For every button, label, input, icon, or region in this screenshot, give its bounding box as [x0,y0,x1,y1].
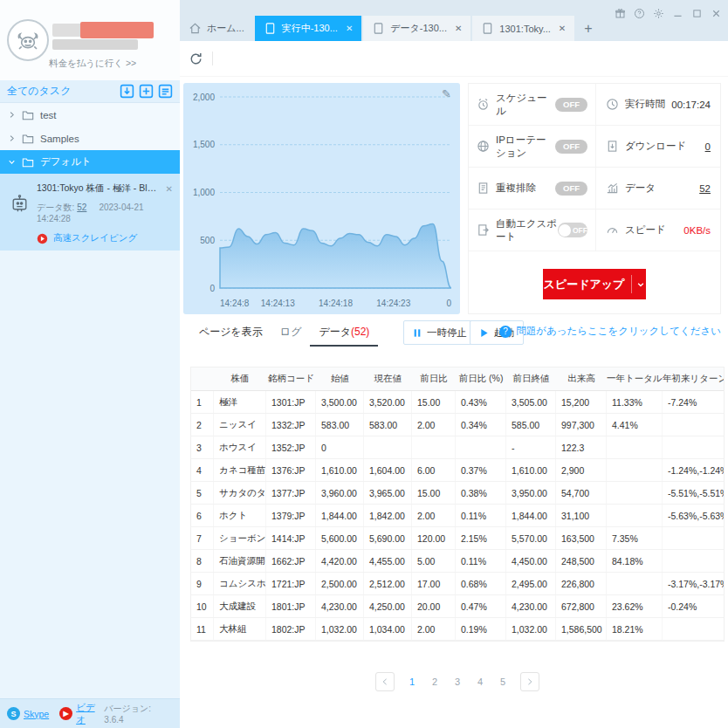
video-icon[interactable]: ▶ [59,707,72,720]
view-tab-2[interactable]: データ(52) [310,319,378,347]
view-tab-1[interactable]: ログ [271,319,311,347]
page-number-5[interactable]: 5 [498,676,508,687]
tab-2[interactable]: データ-130...✕ [363,16,470,41]
gift-icon[interactable] [615,8,626,19]
table-cell: 1,844.00 [506,505,556,526]
toggle-3[interactable]: OFF [558,223,587,237]
folder-icon [22,156,34,168]
chevron-down-icon[interactable] [636,280,645,289]
new-tab-button[interactable]: + [576,21,600,37]
table-row[interactable]: 7ショーボンドホ..1414:JP5,600.005,690.00120.002… [191,527,724,550]
table-cell: 1721:JP [266,573,316,594]
view-tab-0[interactable]: ページを表示 [190,319,271,347]
table-row[interactable]: 10大成建設1801:JP4,230.004,250.0020.000.47%4… [191,595,724,618]
settings-icon[interactable] [653,8,664,19]
help-icon[interactable] [634,8,645,19]
table-row[interactable]: 11大林組1802:JP1,032.001,034.002.000.19%1,0… [191,618,724,641]
svg-text:0: 0 [209,284,215,293]
table-cell: カネコ種苗 [214,459,266,481]
browser-toolbar [180,41,728,77]
tab-close-icon[interactable]: ✕ [455,24,462,33]
tasks-header-label: 全てのタスク [7,84,71,99]
next-page-button[interactable] [520,672,539,691]
table-cell: 3,520.00 [364,391,412,413]
toggle-2[interactable]: OFF [555,182,587,196]
table-row[interactable]: 2ニッスイ1332:JP583.00583.002.000.34%585.009… [191,414,724,436]
toggle-cell: IPローテーションOFF [469,126,596,167]
maximize-icon[interactable] [691,8,703,19]
chevron-right-icon [8,134,16,142]
toggle-1[interactable]: OFF [555,140,587,154]
table-cell: ニッスイ [214,414,266,436]
skype-link[interactable]: Skype [24,709,49,719]
tab-close-icon[interactable]: ✕ [346,24,353,33]
pause-button[interactable]: 一時停止 [403,320,477,345]
table-cell: 0.37% [456,459,506,481]
import-icon[interactable] [120,84,134,99]
table-cell: 0.47% [456,595,506,617]
data-count-value[interactable]: 52 [77,203,86,212]
tab-close-icon[interactable]: ✕ [559,24,566,33]
table-cell: 226,800 [556,573,607,594]
user-area: 料金を払うに行く >> [0,0,180,80]
prev-page-button[interactable] [375,672,395,691]
avatar[interactable] [7,19,49,61]
page-number-1[interactable]: 1 [407,676,417,687]
table-cell [607,436,663,458]
tab-label: データ-130... [390,22,447,35]
table-row[interactable]: 6ホクト1379:JP1,844.001,842.002.000.11%1,84… [191,505,724,527]
table-cell: 15.00 [412,391,456,413]
table-row[interactable]: 1極洋1301:JP3,500.003,520.0015.000.43%3,50… [191,391,724,414]
table-header: 株価銘柄コード始値現在値前日比前日比 (%)前日終値出来高一年トータルリ年初来リ… [191,367,724,391]
table-cell: 672,800 [556,595,607,617]
play-icon [479,328,489,338]
folder-icon [22,109,34,121]
table-row[interactable]: 3ホウスイ1352:JP0-122.3 [191,436,724,459]
svg-text:1,000: 1,000 [193,188,215,197]
table-cell: 0.68% [456,573,506,594]
toggle-0[interactable]: OFF [555,98,587,112]
home-icon [189,22,202,35]
table-cell: -3.17%,-3.17% [663,573,724,594]
pencil-icon[interactable]: ✎ [442,87,451,100]
view-icon[interactable] [158,84,173,99]
video-link[interactable]: ビデオ [76,702,104,726]
tab-0[interactable]: ホーム... [180,16,253,41]
table-cell: 1352:JP [266,436,316,458]
table-row[interactable]: 5サカタのタネ1377:JP3,960.003,965.0015.000.38%… [191,482,724,505]
minimize-icon[interactable] [672,8,683,19]
view-tab-label: ログ [280,326,302,338]
stat-label: ダウンロード [625,140,686,153]
skype-icon[interactable]: S [7,707,20,720]
page-number-2[interactable]: 2 [429,676,440,687]
table-row[interactable]: 9コムシスホール..1721:JP2,500.002,512.0017.000.… [191,573,724,595]
refresh-icon[interactable] [189,52,203,66]
page-number-3[interactable]: 3 [452,676,463,687]
task-close-icon[interactable]: ✕ [166,184,173,194]
table-row[interactable]: 4カネコ種苗1376:JP1,610.001,604.006.000.37%1,… [191,459,724,482]
task-card[interactable]: 1301:Tokyo 株価 - 極洋 - Bloomberg-スクレ... ✕ … [0,174,180,251]
pay-link[interactable]: 料金を払うに行く >> [49,58,136,70]
table-cell: 0.19% [456,618,506,640]
help-link[interactable]: ? 問題があったらここをクリックしてください [499,325,721,338]
add-icon[interactable] [139,84,154,99]
column-header: 株価 [214,373,266,385]
page-number-4[interactable]: 4 [475,676,485,687]
table-row[interactable]: 8石油資源開発1662:JP4,420.004,455.005.000.11%4… [191,550,724,573]
tab-1[interactable]: 実行中-130...✕ [255,16,362,41]
tab-3[interactable]: 1301:Toky...✕ [472,16,574,41]
stat-cell: スピード0KB/s [596,209,720,251]
close-icon[interactable] [711,8,722,19]
sidebar-folder-デフォルト[interactable]: デフォルト [0,150,180,174]
table-cell: 2.00 [412,505,456,526]
speedup-button[interactable]: スピードアップ [543,269,646,299]
table-cell: 7 [191,527,214,549]
speed-scraping-link[interactable]: 高速スクレイピング [37,232,173,244]
sidebar-folder-Samples[interactable]: Samples [0,127,180,150]
table-cell: 4,230.00 [506,595,556,617]
stat-value[interactable]: 0 [705,141,711,152]
page-icon [372,22,385,35]
column-header: 現在値 [364,373,412,385]
sidebar-folder-test[interactable]: test [0,103,180,127]
stat-value[interactable]: 52 [699,183,711,194]
